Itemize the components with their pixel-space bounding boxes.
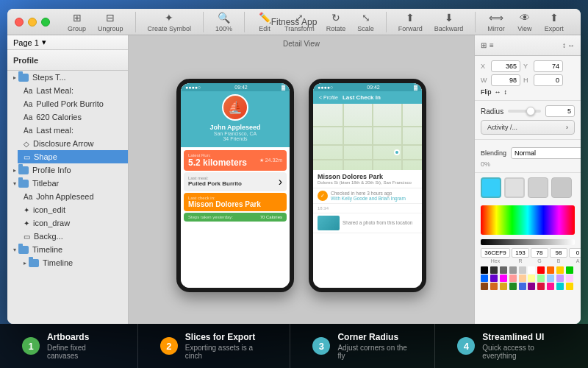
back-button[interactable]: < Profile xyxy=(319,95,338,100)
color-hue-bar[interactable] xyxy=(481,205,575,235)
g-input-group: G xyxy=(531,248,548,263)
separator4 xyxy=(386,12,387,32)
a-input[interactable] xyxy=(569,248,581,258)
color-swatch[interactable] xyxy=(490,275,498,282)
activity-button[interactable]: Activity /... › xyxy=(481,120,575,135)
activity-chevron: › xyxy=(566,124,568,131)
layer-item-lastmeal[interactable]: Aa Last meal: xyxy=(18,124,128,137)
separator3 xyxy=(244,12,245,32)
toolbar-ungroup[interactable]: ⊟ Ungroup xyxy=(95,10,126,34)
layer-item-profile-info[interactable]: ▸ Profile Info xyxy=(7,163,128,177)
flip-v[interactable]: ↕ xyxy=(504,88,508,96)
layers-panel-title: Profile xyxy=(13,56,38,65)
maximize-button[interactable] xyxy=(41,18,50,26)
color-swatch[interactable] xyxy=(519,283,526,290)
color-swatch[interactable] xyxy=(509,266,517,274)
color-swatch[interactable] xyxy=(537,275,545,282)
layer-label: Profile Info xyxy=(32,166,71,174)
y-input[interactable] xyxy=(534,60,563,72)
toolbar-export[interactable]: ⬆ Export xyxy=(542,10,567,34)
toolbar-group[interactable]: ⊞ Group xyxy=(65,10,89,34)
color-swatch[interactable] xyxy=(528,266,535,274)
color-box-3[interactable] xyxy=(528,177,548,198)
color-value-bar[interactable] xyxy=(481,239,575,245)
radius-thumb xyxy=(526,107,535,116)
color-swatch[interactable] xyxy=(556,266,564,274)
layer-item-john[interactable]: Aa John Appleseed xyxy=(18,190,128,203)
checkin-title: Last Check In xyxy=(343,94,381,101)
layer-label: Timeline xyxy=(43,258,73,267)
b-input[interactable] xyxy=(550,248,567,258)
layer-item-shape[interactable]: ▭ Shape xyxy=(18,150,128,163)
color-swatch[interactable] xyxy=(528,275,535,282)
color-swatch[interactable] xyxy=(490,266,498,274)
toolbar-zoom[interactable]: 🔍 100% xyxy=(212,10,235,34)
color-swatch[interactable] xyxy=(519,275,526,282)
layer-item-burrito[interactable]: Aa Pulled Pork Burrito xyxy=(18,97,128,110)
toolbar-create-symbol[interactable]: ✦ Create Symbol xyxy=(145,10,195,34)
color-swatch[interactable] xyxy=(481,266,488,274)
layer-item-disclosure[interactable]: ◇ Disclosure Arrow xyxy=(18,137,128,150)
close-button[interactable] xyxy=(15,18,24,26)
color-swatch[interactable] xyxy=(490,283,498,290)
battery-2: ▓ xyxy=(414,85,417,90)
radius-slider[interactable] xyxy=(508,110,541,113)
w-input[interactable] xyxy=(491,74,520,86)
flip-h[interactable]: ↔ xyxy=(495,88,501,96)
toolbar-mirror[interactable]: ⟺ Mirror xyxy=(484,10,508,34)
color-swatch[interactable] xyxy=(537,283,545,290)
folder-icon xyxy=(18,74,29,82)
avatar-emoji: ⛵ xyxy=(228,100,243,114)
color-swatch[interactable] xyxy=(528,283,535,290)
map-road-v2 xyxy=(372,104,373,170)
blending-select[interactable] xyxy=(511,147,581,159)
layer-item-calories[interactable]: Aa 620 Calories xyxy=(18,110,128,124)
color-swatch[interactable] xyxy=(547,266,554,274)
color-swatch[interactable] xyxy=(509,283,517,290)
color-swatch[interactable] xyxy=(566,283,573,290)
layer-item-icon-edit[interactable]: ✦ icon_edit xyxy=(18,203,128,216)
feature-artboards: 1 Artboards Define fixed canvases xyxy=(0,324,138,368)
color-swatch[interactable] xyxy=(500,275,507,282)
checkin-screen: ●●●●○ 09:42 ▓ < Profile Last Check In xyxy=(313,83,422,288)
layer-item-titlebar[interactable]: ▾ Titlebar xyxy=(7,177,128,190)
color-swatch[interactable] xyxy=(500,283,507,290)
color-swatch[interactable] xyxy=(481,283,488,290)
color-swatch[interactable] xyxy=(519,266,526,274)
color-swatch[interactable] xyxy=(547,283,554,290)
radius-input[interactable] xyxy=(545,105,575,117)
color-swatch[interactable] xyxy=(566,275,573,282)
toolbar-scale[interactable]: ⤡ Scale xyxy=(354,10,377,34)
color-swatch[interactable] xyxy=(500,266,507,274)
g-input[interactable] xyxy=(531,248,548,258)
symbol-icon2: ✦ xyxy=(24,219,29,227)
color-swatch[interactable] xyxy=(556,275,564,282)
hex-input[interactable] xyxy=(481,248,510,258)
color-swatch[interactable] xyxy=(537,266,545,274)
fill-color-box[interactable] xyxy=(481,177,501,198)
x-input[interactable] xyxy=(491,60,520,72)
toolbar-backward[interactable]: ⬇ Backward xyxy=(431,10,467,34)
color-box-4[interactable] xyxy=(551,177,572,198)
layer-item-timeline-inner[interactable]: ▸ Timeline xyxy=(18,256,128,269)
minimize-button[interactable] xyxy=(28,18,37,26)
layer-item-icon-draw[interactable]: ✦ icon_draw xyxy=(18,216,128,230)
layer-item-steps[interactable]: ▸ Steps T... xyxy=(7,71,128,84)
toolbar-forward[interactable]: ⬆ Forward xyxy=(395,10,426,34)
toolbar-rotate[interactable]: ↻ Rotate xyxy=(323,10,349,34)
page-selector[interactable]: Page 1 ▾ xyxy=(7,35,128,50)
h-input[interactable] xyxy=(534,74,563,86)
stroke-color-box[interactable] xyxy=(504,177,525,198)
layer-item-timeline[interactable]: ▾ Timeline xyxy=(7,243,128,256)
inspector-icon-spacing: ≡ xyxy=(490,41,494,49)
color-swatch[interactable] xyxy=(481,275,488,282)
r-input[interactable] xyxy=(512,248,529,258)
color-swatch[interactable] xyxy=(509,275,517,282)
color-swatch[interactable] xyxy=(566,266,573,274)
layer-item-lastmeal-label[interactable]: Aa Last Meal: xyxy=(18,84,128,97)
layer-item-background[interactable]: ▭ Backg... xyxy=(18,230,128,243)
color-swatch[interactable] xyxy=(547,275,554,282)
color-swatch[interactable] xyxy=(556,283,564,290)
status-bar-2: ●●●●○ 09:42 ▓ xyxy=(313,83,422,91)
toolbar-view[interactable]: 👁 View xyxy=(514,10,536,34)
